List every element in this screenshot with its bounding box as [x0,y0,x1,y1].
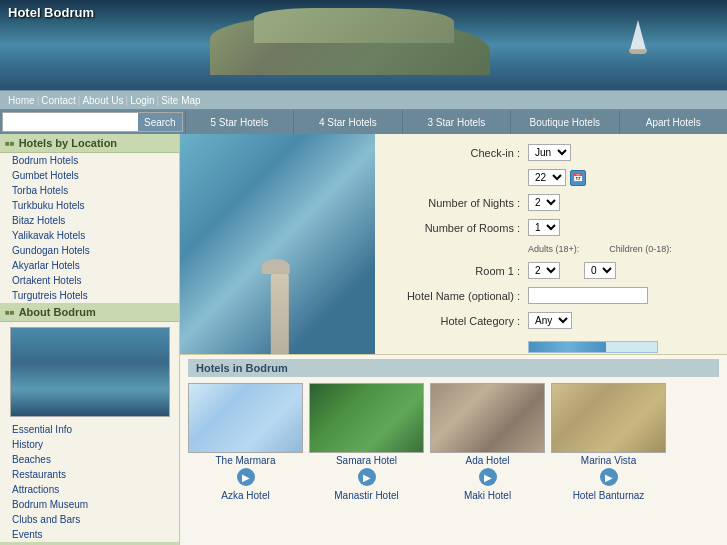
sidebar-item-attractions[interactable]: Attractions [0,482,179,497]
sidebar-item-history[interactable]: History [0,437,179,452]
pax-headers: Adults (18+): Children (0-18): [528,244,672,254]
hotel-thumb-marmara [188,383,303,453]
tab-4star[interactable]: 4 Star Hotels [293,110,401,134]
sidebar-item-events[interactable]: Events [0,527,179,542]
progress-fill [529,342,606,352]
hotel-name-control [528,287,648,304]
tab-3star[interactable]: 3 Star Hotels [402,110,510,134]
hotel-card-marmara: The Marmara ▶ [188,383,303,486]
progress-bar [528,341,658,353]
sidebar-item-clubs[interactable]: Clubs and Bars [0,512,179,527]
checkin-control: Jun [528,144,571,161]
category-row: Hotel Category : Any [390,312,712,329]
bottom-hotel-maki[interactable]: Maki Hotel [430,490,545,501]
main-layout: ■■ Hotels by Location Bodrum Hotels Gumb… [0,134,727,545]
tab-boutique[interactable]: Boutique Hotels [510,110,618,134]
sidebar-item-gumbet[interactable]: Gumbet Hotels [0,168,179,183]
nav-login[interactable]: Login [130,95,154,106]
rooms-select[interactable]: 1 [528,219,560,236]
header: Hotel Bodrum [0,0,727,90]
checkin-day-row: 22 📅 [390,169,712,186]
nights-control: 2 [528,194,560,211]
content-area: Check-in : Jun 22 📅 [180,134,727,545]
hotel-name-ada[interactable]: Ada Hotel [430,453,545,468]
room1-label: Room 1 : [390,265,520,277]
sidebar-item-turgutreis[interactable]: Turgutreis Hotels [0,288,179,303]
bottom-hotel-banturnaz[interactable]: Hotel Banturnaz [551,490,666,501]
hotel-name-samara[interactable]: Samara Hotel [309,453,424,468]
hotel-name-marina[interactable]: Marina Vista [551,453,666,468]
top-content: Check-in : Jun 22 📅 [180,134,727,354]
rooms-label: Number of Rooms : [390,222,520,234]
sidebar-item-torba[interactable]: Torba Hotels [0,183,179,198]
tab-5star[interactable]: 5 Star Hotels [185,110,293,134]
room1-children-select[interactable]: 0 [584,262,616,279]
hotel-card-marina: Marina Vista ▶ [551,383,666,486]
nav-home[interactable]: Home [8,95,35,106]
hotel-arrow-samara[interactable]: ▶ [309,468,424,486]
adults-header: Adults (18+): [528,244,579,254]
sidebar-item-akyarlar[interactable]: Akyarlar Hotels [0,258,179,273]
nights-row: Number of Nights : 2 [390,194,712,211]
tab-bar: Search 5 Star Hotels 4 Star Hotels 3 Sta… [0,110,727,134]
sidebar-item-restaurants[interactable]: Restaurants [0,467,179,482]
bottom-hotel-manastir[interactable]: Manastir Hotel [309,490,424,501]
category-select[interactable]: Any [528,312,572,329]
hotel-name-label: Hotel Name (optional) : [390,290,520,302]
sidebar-item-bodrum[interactable]: Bodrum Hotels [0,153,179,168]
sidebar-section-about: ■■ About Bodrum [0,303,179,322]
hotels-section-header: Hotels in Bodrum [188,359,719,377]
sidebar-photo [10,327,170,417]
checkin-day-select[interactable]: 22 [528,169,566,186]
nav-bar: Home | Contact | About Us | Login | Site… [0,90,727,110]
arrow-circle-ada: ▶ [479,468,497,486]
hotel-arrow-marmara[interactable]: ▶ [188,468,303,486]
arrow-circle-marina: ▶ [600,468,618,486]
category-label: Hotel Category : [390,315,520,327]
calendar-icon[interactable]: 📅 [570,170,586,186]
hotel-thumb-marina [551,383,666,453]
sidebar-section-location: ■■ Hotels by Location [0,134,179,153]
hotel-card-ada: Ada Hotel ▶ [430,383,545,486]
arrow-circle-samara: ▶ [358,468,376,486]
rooms-control: 1 [528,219,560,236]
booking-form: Check-in : Jun 22 📅 [375,134,727,354]
nights-select[interactable]: 2 [528,194,560,211]
search-box: Search [2,112,183,132]
room1-control: 2 0 [528,262,616,279]
sidebar-item-museum[interactable]: Bodrum Museum [0,497,179,512]
search-row [390,337,712,353]
hotel-name-input[interactable] [528,287,648,304]
bottom-hotel-azka[interactable]: Azka Hotel [188,490,303,501]
hotel-name-marmara[interactable]: The Marmara [188,453,303,468]
sidebar: ■■ Hotels by Location Bodrum Hotels Gumb… [0,134,180,545]
children-header: Children (0-18): [609,244,672,254]
sidebar-item-essential[interactable]: Essential Info [0,422,179,437]
arrow-circle: ▶ [237,468,255,486]
sidebar-item-gundogan[interactable]: Gundogan Hotels [0,243,179,258]
sidebar-item-yalikavak[interactable]: Yalikavak Hotels [0,228,179,243]
hotels-grid: The Marmara ▶ Samara Hotel ▶ Ada Hotel [188,383,719,486]
sidebar-item-ortakent[interactable]: Ortakent Hotels [0,273,179,288]
room1-adults-select[interactable]: 2 [528,262,560,279]
tab-apart[interactable]: Apart Hotels [619,110,727,134]
nav-about[interactable]: About Us [82,95,123,106]
nights-label: Number of Nights : [390,197,520,209]
room1-row: Room 1 : 2 0 [390,262,712,279]
sidebar-item-beaches[interactable]: Beaches [0,452,179,467]
site-title: Hotel Bodrum [8,5,94,20]
nav-contact[interactable]: Contact [41,95,75,106]
hotel-thumb-ada [430,383,545,453]
sidebar-item-bitaz[interactable]: Bitaz Hotels [0,213,179,228]
sidebar-item-turkbuku[interactable]: Turkbuku Hotels [0,198,179,213]
hotel-arrow-marina[interactable]: ▶ [551,468,666,486]
checkin-month-select[interactable]: Jun [528,144,571,161]
search-input[interactable] [3,113,138,131]
hotel-card-samara: Samara Hotel ▶ [309,383,424,486]
rooms-row: Number of Rooms : 1 [390,219,712,236]
nav-sitemap[interactable]: Site Map [161,95,200,106]
bottom-hotels: Azka Hotel Manastir Hotel Maki Hotel Hot… [188,490,719,501]
checkin-row: Check-in : Jun [390,144,712,161]
search-button[interactable]: Search [138,113,182,131]
hotel-arrow-ada[interactable]: ▶ [430,468,545,486]
